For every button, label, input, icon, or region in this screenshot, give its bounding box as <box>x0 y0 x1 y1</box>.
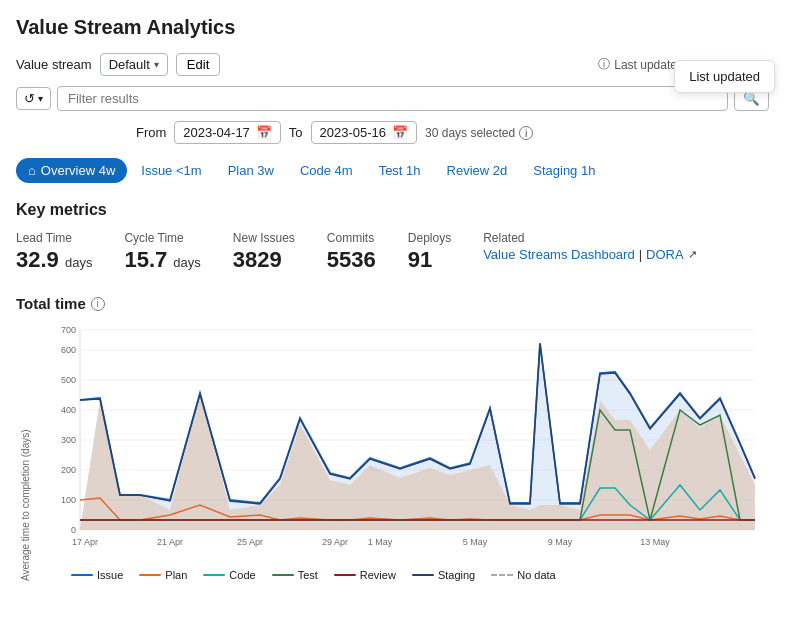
lead-time-label: Lead Time <box>16 231 92 245</box>
issue-legend-line <box>71 574 93 577</box>
svg-text:0: 0 <box>71 525 76 535</box>
notification-toast: List updated <box>674 60 775 93</box>
deploys-value: 91 <box>408 247 451 273</box>
tab-code[interactable]: Code 4m <box>288 158 365 183</box>
x-axis-labels: 17 Apr 21 Apr 25 Apr 29 Apr 1 May 5 May … <box>72 537 670 547</box>
tab-review[interactable]: Review 2d <box>435 158 520 183</box>
search-icon: 🔍 <box>743 91 760 106</box>
from-date-input[interactable]: 2023-04-17 📅 <box>174 121 281 144</box>
svg-text:600: 600 <box>61 345 76 355</box>
history-icon: ↺ <box>24 91 35 106</box>
related-links: Value Streams Dashboard | DORA ↗ <box>483 247 696 262</box>
svg-text:400: 400 <box>61 405 76 415</box>
plan-legend-label: Plan <box>165 569 187 581</box>
filter-row: ↺ ▾ 🔍 <box>16 86 769 111</box>
toolbar: Value stream Default ▾ Edit ⓘ Last updat… <box>16 53 769 76</box>
svg-text:17 Apr: 17 Apr <box>72 537 98 547</box>
commits-value: 5536 <box>327 247 376 273</box>
tab-test[interactable]: Test 1h <box>367 158 433 183</box>
legend-code: Code <box>203 569 255 581</box>
no-data-legend-label: No data <box>517 569 556 581</box>
svg-text:200: 200 <box>61 465 76 475</box>
svg-text:700: 700 <box>61 325 76 335</box>
date-row: From 2023-04-17 📅 To 2023-05-16 📅 30 day… <box>16 121 769 144</box>
review-legend-label: Review <box>360 569 396 581</box>
review-legend-line <box>334 574 356 577</box>
staging-legend-line <box>412 574 434 577</box>
filter-history-button[interactable]: ↺ ▾ <box>16 87 51 110</box>
page-title: Value Stream Analytics <box>16 16 769 39</box>
metric-deploys: Deploys 91 <box>408 231 451 273</box>
stage-tabs: ⌂ Overview 4w Issue <1m Plan 3w Code 4m … <box>16 158 769 183</box>
metric-new-issues: New Issues 3829 <box>233 231 295 273</box>
days-badge: 30 days selected i <box>425 126 533 140</box>
test-legend-label: Test <box>298 569 318 581</box>
legend-review: Review <box>334 569 396 581</box>
svg-text:13 May: 13 May <box>640 537 670 547</box>
legend-staging: Staging <box>412 569 475 581</box>
notification-text: List updated <box>689 69 760 84</box>
chart-legend: Issue Plan Code Test Review Staging <box>31 569 769 581</box>
chart-area: Average time to completion (days) 0 100 … <box>16 320 769 581</box>
commits-label: Commits <box>327 231 376 245</box>
value-stream-select[interactable]: Default ▾ <box>100 53 168 76</box>
svg-text:21 Apr: 21 Apr <box>157 537 183 547</box>
test-legend-line <box>272 574 294 577</box>
vsd-link[interactable]: Value Streams Dashboard <box>483 247 635 262</box>
vs-label: Value stream <box>16 57 92 72</box>
total-time-title: Total time <box>16 295 86 312</box>
staging-legend-label: Staging <box>438 569 475 581</box>
lead-time-value: 32.9 days <box>16 247 92 273</box>
issue-legend-label: Issue <box>97 569 123 581</box>
legend-no-data: No data <box>491 569 556 581</box>
legend-plan: Plan <box>139 569 187 581</box>
svg-text:500: 500 <box>61 375 76 385</box>
to-date-input[interactable]: 2023-05-16 📅 <box>311 121 418 144</box>
clock-icon: ⓘ <box>598 56 610 73</box>
metric-related: Related Value Streams Dashboard | DORA ↗ <box>483 231 696 262</box>
no-data-legend-line <box>491 574 513 576</box>
plan-legend-line <box>139 574 161 577</box>
tab-plan[interactable]: Plan 3w <box>216 158 286 183</box>
new-issues-value: 3829 <box>233 247 295 273</box>
external-link-icon: ↗ <box>688 248 697 261</box>
code-legend-label: Code <box>229 569 255 581</box>
legend-test: Test <box>272 569 318 581</box>
chevron-down-icon: ▾ <box>154 59 159 70</box>
svg-text:5 May: 5 May <box>463 537 488 547</box>
chevron-history-icon: ▾ <box>38 93 43 104</box>
chart-svg: 0 100 200 300 400 500 600 700 <box>31 320 769 560</box>
new-issues-label: New Issues <box>233 231 295 245</box>
tab-issue[interactable]: Issue <1m <box>129 158 213 183</box>
metric-lead-time: Lead Time 32.9 days <box>16 231 92 273</box>
total-time-info-icon[interactable]: i <box>91 297 105 311</box>
y-axis-label: Average time to completion (days) <box>16 320 31 581</box>
home-icon: ⌂ <box>28 163 36 178</box>
svg-text:25 Apr: 25 Apr <box>237 537 263 547</box>
days-text: 30 days selected <box>425 126 515 140</box>
svg-text:29 Apr: 29 Apr <box>322 537 348 547</box>
to-label: To <box>289 125 303 140</box>
svg-text:9 May: 9 May <box>548 537 573 547</box>
deploys-label: Deploys <box>408 231 451 245</box>
to-date-value: 2023-05-16 <box>320 125 387 140</box>
from-date-value: 2023-04-17 <box>183 125 250 140</box>
metric-cycle-time: Cycle Time 15.7 days <box>124 231 200 273</box>
from-label: From <box>136 125 166 140</box>
svg-text:100: 100 <box>61 495 76 505</box>
calendar-to-icon: 📅 <box>392 125 408 140</box>
tab-overview[interactable]: ⌂ Overview 4w <box>16 158 127 183</box>
related-label: Related <box>483 231 696 245</box>
info-days-icon: i <box>519 126 533 140</box>
code-legend-line <box>203 574 225 577</box>
filter-input[interactable] <box>57 86 728 111</box>
vs-value: Default <box>109 57 150 72</box>
legend-issue: Issue <box>71 569 123 581</box>
svg-text:300: 300 <box>61 435 76 445</box>
edit-button[interactable]: Edit <box>176 53 220 76</box>
svg-text:1 May: 1 May <box>368 537 393 547</box>
tab-staging[interactable]: Staging 1h <box>521 158 607 183</box>
key-metrics-title: Key metrics <box>16 201 769 219</box>
dora-link[interactable]: DORA <box>646 247 684 262</box>
chart-inner: 0 100 200 300 400 500 600 700 <box>31 320 769 581</box>
